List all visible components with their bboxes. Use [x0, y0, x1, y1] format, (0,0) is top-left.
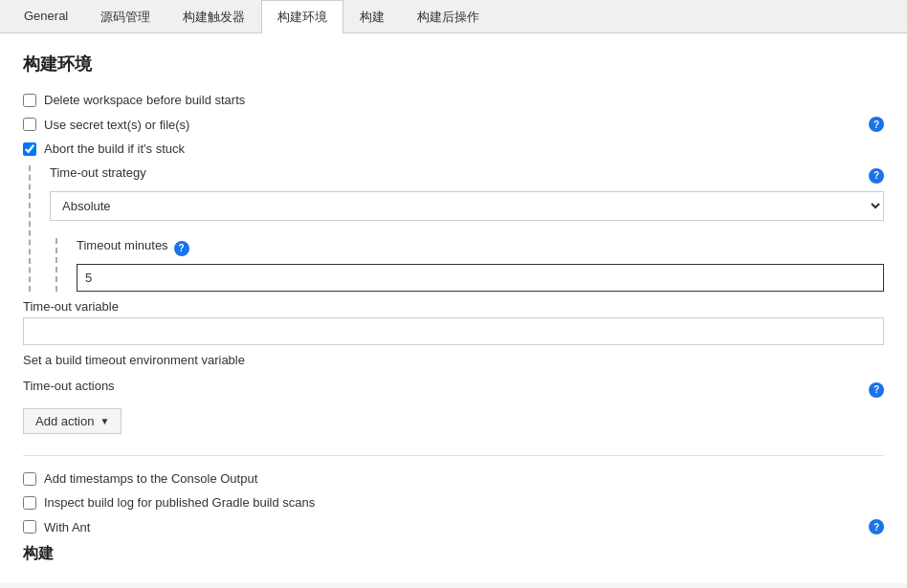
inspect-build-label: Inspect build log for published Gradle b…	[44, 495, 315, 510]
use-secret-checkbox[interactable]	[23, 118, 36, 131]
add-action-dropdown-arrow: ▼	[100, 416, 109, 426]
section-divider	[23, 455, 884, 456]
add-timestamps-label: Add timestamps to the Console Output	[44, 471, 257, 486]
timeout-minutes-help-icon[interactable]: ?	[174, 241, 189, 256]
inspect-build-row: Inspect build log for published Gradle b…	[23, 495, 884, 510]
delete-workspace-label: Delete workspace before build starts	[44, 93, 245, 107]
tab-post-build[interactable]: 构建后操作	[401, 0, 496, 33]
timeout-minutes-input[interactable]	[77, 264, 884, 292]
timeout-actions-help-icon[interactable]: ?	[869, 382, 884, 398]
abort-stuck-row: Abort the build if it's stuck	[23, 142, 884, 156]
page-title: 构建环境	[23, 53, 884, 76]
use-secret-help-icon[interactable]: ?	[869, 117, 884, 132]
timeout-variable-heading: Time-out variable	[23, 299, 884, 314]
timeout-actions-label: Time-out actions	[23, 379, 115, 393]
timeout-minutes-section: Timeout minutes ?	[55, 238, 884, 292]
add-action-button[interactable]: Add action ▼	[23, 408, 122, 434]
timeout-minutes-label: Timeout minutes	[77, 238, 168, 252]
timeout-strategy-label: Time-out strategy	[50, 165, 146, 180]
use-secret-label: Use secret text(s) or file(s)	[44, 118, 189, 132]
use-secret-row: Use secret text(s) or file(s) ?	[23, 117, 884, 132]
tab-general[interactable]: General	[8, 0, 84, 33]
tab-triggers[interactable]: 构建触发器	[166, 0, 261, 33]
tab-bar: General 源码管理 构建触发器 构建环境 构建 构建后操作	[0, 0, 907, 33]
add-timestamps-row: Add timestamps to the Console Output	[23, 471, 884, 486]
tab-source[interactable]: 源码管理	[84, 0, 166, 33]
delete-workspace-checkbox[interactable]	[23, 94, 36, 107]
abort-stuck-checkbox[interactable]	[23, 142, 36, 156]
with-ant-checkbox[interactable]	[23, 520, 36, 534]
with-ant-label: With Ant	[44, 520, 90, 534]
delete-workspace-row: Delete workspace before build starts	[23, 93, 884, 107]
timeout-indented-section: Time-out strategy ? Absolute Deadline El…	[29, 165, 884, 292]
abort-stuck-label: Abort the build if it's stuck	[44, 142, 185, 156]
with-ant-help-icon[interactable]: ?	[869, 519, 884, 534]
timeout-strategy-select[interactable]: Absolute Deadline Elastic No Activity	[50, 191, 884, 221]
tab-build[interactable]: 构建	[343, 0, 401, 33]
add-action-label: Add action	[35, 414, 94, 428]
bottom-section-title: 构建	[23, 544, 884, 564]
timeout-variable-input[interactable]	[23, 317, 884, 345]
main-content: 构建环境 Delete workspace before build start…	[0, 33, 907, 583]
timeout-strategy-help-icon[interactable]: ?	[869, 168, 884, 184]
tab-build-env[interactable]: 构建环境	[261, 0, 343, 33]
add-timestamps-checkbox[interactable]	[23, 472, 36, 486]
inspect-build-checkbox[interactable]	[23, 496, 36, 510]
hint-text: Set a build timeout environment variable	[23, 353, 884, 367]
with-ant-row: With Ant ?	[23, 519, 884, 534]
